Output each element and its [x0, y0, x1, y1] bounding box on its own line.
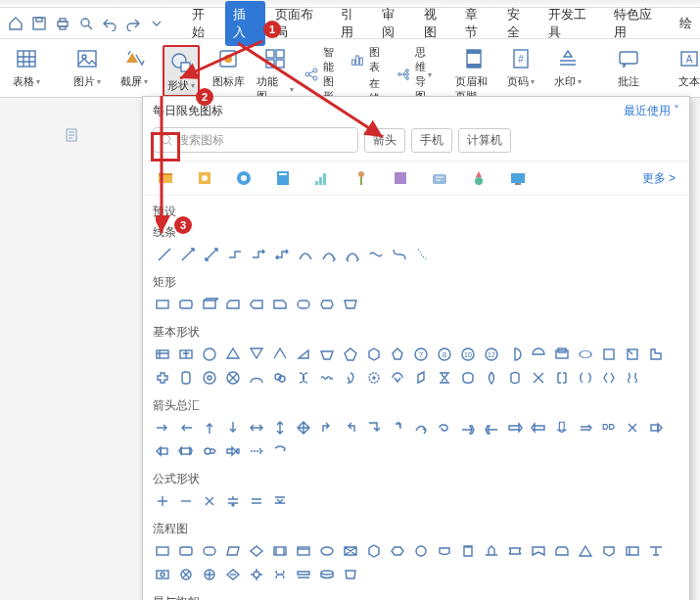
shape-item[interactable]: [341, 541, 360, 561]
shape-item[interactable]: [270, 295, 290, 314]
shape-item[interactable]: [294, 565, 313, 584]
shape-item[interactable]: [294, 295, 313, 314]
shape-item[interactable]: [552, 418, 572, 438]
shape-item[interactable]: [390, 245, 409, 264]
shape-item[interactable]: [435, 541, 454, 561]
shape-item[interactable]: 8: [435, 345, 454, 364]
shape-item[interactable]: [482, 541, 501, 561]
shape-item[interactable]: [552, 541, 572, 561]
recent-link[interactable]: 最近使用 ˅: [624, 103, 679, 119]
featured-icon[interactable]: [431, 169, 448, 187]
shape-item[interactable]: [223, 541, 243, 561]
shape-item[interactable]: [505, 541, 525, 561]
tab-draw[interactable]: 绘: [672, 10, 700, 37]
shape-item[interactable]: [623, 345, 642, 364]
undo-icon[interactable]: [102, 16, 117, 31]
shape-item[interactable]: [223, 565, 243, 584]
shape-item[interactable]: [552, 345, 572, 364]
shape-item[interactable]: [646, 541, 666, 561]
shape-item[interactable]: [366, 245, 386, 264]
shape-item[interactable]: [341, 345, 360, 364]
shape-item[interactable]: [576, 368, 595, 388]
chip-computer[interactable]: 计算机: [458, 128, 511, 153]
shape-item[interactable]: [364, 345, 384, 364]
ribbon-mindmap[interactable]: 思维导图▾: [396, 45, 432, 104]
home-icon[interactable]: [8, 16, 23, 31]
tab-view[interactable]: 视图: [416, 1, 455, 46]
tab-security[interactable]: 安全: [499, 1, 538, 46]
shape-item[interactable]: [317, 565, 337, 584]
shape-item[interactable]: [247, 565, 266, 584]
shape-item[interactable]: [176, 441, 196, 461]
print-icon[interactable]: [55, 16, 70, 31]
shape-item[interactable]: [343, 245, 362, 264]
shape-item[interactable]: [599, 418, 619, 438]
featured-icon[interactable]: [470, 169, 488, 187]
shape-item[interactable]: [176, 541, 196, 561]
shape-item[interactable]: [458, 541, 478, 561]
shape-item[interactable]: [270, 418, 290, 438]
shape-item[interactable]: [364, 418, 384, 438]
shape-item[interactable]: [270, 368, 290, 388]
shape-item[interactable]: [317, 368, 337, 388]
ribbon-picture[interactable]: 图片▾: [69, 45, 106, 89]
ribbon-textbox[interactable]: A 文本: [671, 45, 700, 89]
save-icon[interactable]: [31, 16, 47, 31]
ribbon-pagenum[interactable]: # 页码▾: [502, 45, 539, 89]
shape-item[interactable]: [576, 541, 595, 561]
shape-item[interactable]: [317, 295, 337, 314]
shape-item[interactable]: [529, 368, 548, 388]
shape-item[interactable]: [200, 295, 219, 314]
shape-item[interactable]: [529, 541, 548, 561]
shape-item[interactable]: [317, 345, 337, 364]
shape-item[interactable]: [176, 345, 196, 364]
shape-item[interactable]: [223, 368, 243, 388]
featured-icon[interactable]: [313, 169, 331, 187]
shape-item[interactable]: [623, 418, 642, 438]
ribbon-screenshot[interactable]: 截屏▾: [116, 45, 153, 89]
shape-item[interactable]: [153, 368, 172, 388]
qat-more-icon[interactable]: [149, 16, 164, 31]
shape-item[interactable]: [294, 368, 313, 388]
shape-item[interactable]: [576, 418, 595, 438]
shape-item[interactable]: [294, 541, 313, 561]
shape-item[interactable]: [388, 418, 407, 438]
shape-item[interactable]: [317, 418, 337, 438]
shape-item[interactable]: [364, 541, 384, 561]
shape-item[interactable]: [153, 345, 172, 364]
shape-item[interactable]: [153, 441, 172, 461]
shape-item[interactable]: [200, 565, 219, 584]
shape-item[interactable]: [296, 245, 315, 264]
shape-item[interactable]: [411, 368, 431, 388]
shape-item[interactable]: [247, 418, 266, 438]
shape-item[interactable]: [364, 368, 384, 388]
shape-item[interactable]: [153, 565, 172, 584]
shape-item[interactable]: [435, 368, 454, 388]
shape-item[interactable]: [482, 418, 501, 438]
shape-item[interactable]: [319, 245, 339, 264]
shape-item[interactable]: [341, 418, 360, 438]
shape-item[interactable]: [202, 245, 221, 264]
shape-item[interactable]: [482, 368, 501, 388]
shape-item[interactable]: [223, 441, 243, 461]
shape-item[interactable]: [599, 541, 619, 561]
shape-item[interactable]: [317, 541, 337, 561]
shape-item[interactable]: [223, 345, 243, 364]
shape-item[interactable]: [388, 345, 407, 364]
tab-devtools[interactable]: 开发工具: [540, 1, 604, 46]
shape-item[interactable]: [270, 565, 290, 584]
shape-item[interactable]: [270, 345, 290, 364]
shape-item[interactable]: [247, 295, 266, 314]
shape-item[interactable]: [155, 245, 174, 264]
featured-icon[interactable]: [352, 169, 370, 187]
preview-icon[interactable]: [78, 16, 94, 31]
shape-item[interactable]: [599, 345, 619, 364]
shape-item[interactable]: [200, 441, 219, 461]
shape-item[interactable]: [272, 245, 292, 264]
shape-item[interactable]: [178, 245, 198, 264]
shape-item[interactable]: 10: [458, 345, 478, 364]
ribbon-headerfooter[interactable]: 页眉和页脚: [455, 45, 492, 104]
shape-item[interactable]: [176, 418, 196, 438]
shape-item[interactable]: 7: [411, 345, 431, 364]
shape-item[interactable]: [388, 368, 407, 388]
